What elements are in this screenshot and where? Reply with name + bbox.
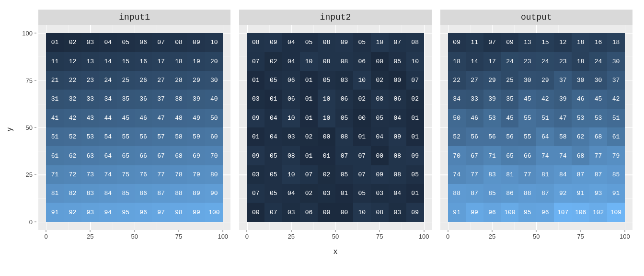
heatmap-cell: 52 [448,127,466,146]
heatmap-cell: 00 [318,127,335,146]
heatmap-cell: 15 [117,52,135,70]
heatmap-cell: 53 [483,109,501,127]
heatmap-cell: 09 [371,165,389,184]
heatmap-cell: 02 [264,52,282,70]
heatmap-cell: 05 [335,109,353,127]
heatmap-cell: 50 [448,109,466,127]
heatmap-cell: 09 [406,203,424,221]
heatmap-cell: 51 [46,127,64,146]
heatmap-cell: 92 [64,203,81,221]
heatmap-cell: 51 [536,109,554,127]
x-tick-label: 100 [419,233,429,240]
heatmap-cell: 107 [554,203,572,221]
heatmap-cell: 06 [282,90,300,108]
heatmap-cell: 09 [448,33,466,52]
heatmap-cell: 53 [589,109,607,127]
heatmap-cell: 39 [187,90,205,108]
heatmap-cell: 81 [46,184,64,203]
heatmap-cell: 10 [371,33,389,52]
heatmap-cell: 66 [135,146,152,165]
facet-strip: input1 [38,10,230,25]
heatmap-cell: 23 [81,71,99,90]
heatmap-cell: 80 [205,165,223,184]
heatmap-cell: 58 [554,127,572,146]
heatmap-cell: 01 [247,71,264,90]
heatmap-cell: 53 [572,109,589,127]
heatmap-cell: 47 [554,109,572,127]
heatmap-cell: 30 [205,71,223,90]
heatmap-cell: 03 [282,203,300,221]
facets-row: input10102030405060708091011121314151617… [38,10,632,230]
heatmap-cell: 01 [335,184,353,203]
heatmap-cell: 10 [353,203,371,221]
heatmap-cell: 06 [389,90,406,108]
heatmap-cell: 04 [264,109,282,127]
heatmap-cell: 88 [448,184,466,203]
heatmap-cell: 57 [152,127,170,146]
heatmap-cell: 23 [554,52,572,70]
heatmap-cell: 77 [466,165,483,184]
heatmap-cell: 24 [501,52,518,70]
x-tick-label: 0 [44,233,47,240]
x-tick-label: 75 [577,233,584,240]
x-axis: 0255075100 [440,232,632,243]
heatmap-cell: 03 [371,184,389,203]
heatmap-cell: 16 [589,33,607,52]
heatmap-cell: 106 [572,203,589,221]
heatmap-cell: 05 [117,33,135,52]
x-tick-label: 25 [87,233,93,240]
heatmap-cell: 42 [607,90,625,108]
heatmap-cell: 77 [589,146,607,165]
heatmap-cell: 74 [99,165,117,184]
heatmap-cell: 85 [483,184,501,203]
heatmap-cell: 34 [99,90,117,108]
heatmap-cell: 98 [170,203,188,221]
heatmap-cell: 37 [152,90,170,108]
heatmap-cell: 56 [501,127,518,146]
heatmap-cell: 02 [371,71,389,90]
heatmap-cell: 27 [152,71,170,90]
heatmap-cell: 05 [371,109,389,127]
heatmap-cell: 07 [406,71,424,90]
heatmap-cell: 96 [536,203,554,221]
facet-strip: input2 [239,10,431,25]
heatmap-cell: 00 [389,71,406,90]
y-tick-label: 50 [26,124,33,131]
heatmap-cell: 37 [554,71,572,90]
heatmap-cell: 03 [282,127,300,146]
x-axis: 0255075100 [239,232,431,243]
heatmap-cell: 02 [318,165,335,184]
heatmap-cell: 00 [335,203,353,221]
heatmap-cell: 18 [607,33,625,52]
heatmap-cell: 01 [300,109,318,127]
heatmap-cell: 81 [501,165,518,184]
heatmap-cell: 51 [607,109,625,127]
heatmap-cell: 30 [607,52,625,70]
heatmap-cell: 35 [501,90,518,108]
heatmap-cell: 25 [501,71,518,90]
heatmap-cell: 09 [264,33,282,52]
heatmap-cell: 72 [64,165,81,184]
heatmap-cell: 07 [300,165,318,184]
heatmap-cell: 07 [264,203,282,221]
heatmap-cell: 39 [483,90,501,108]
chart-area: y 0255075100 input1010203040506070809101… [38,10,632,249]
x-axis-label: x [38,247,632,256]
heatmap-cell: 22 [448,71,466,90]
heatmap-cell: 09 [406,146,424,165]
heatmap-cell: 04 [282,52,300,70]
panel: 0809040508090510070807020410080806000510… [239,25,431,230]
heatmap-cell: 06 [135,33,152,52]
heatmap-cell: 60 [205,127,223,146]
heatmap-cell: 56 [483,127,501,146]
heatmap-cell: 05 [264,71,282,90]
heatmap-cell: 62 [572,127,589,146]
heatmap-cell: 62 [64,146,81,165]
heatmap-cell: 01 [318,146,335,165]
heatmap-cell: 93 [81,203,99,221]
heatmap-cell: 03 [81,33,99,52]
heatmap-cell: 94 [99,203,117,221]
x-tick-label: 0 [446,233,449,240]
y-axis: 0255075100 [20,25,36,230]
heatmap-cell: 28 [170,71,188,90]
